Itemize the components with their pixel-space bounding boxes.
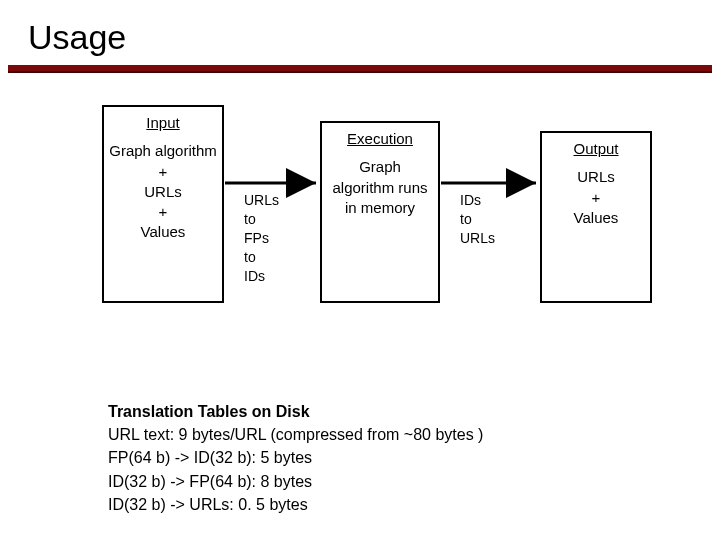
notes-line: URL text: 9 bytes/URL (compressed from ~… — [108, 423, 483, 446]
execution-header: Execution — [326, 129, 434, 149]
execution-box: Execution Graph algorithm runs in memory — [320, 121, 440, 303]
notes-line: ID(32 b) -> URLs: 0. 5 bytes — [108, 493, 483, 516]
diagram: Input Graph algorithm + URLs + Values Ex… — [0, 105, 720, 335]
page-title: Usage — [0, 0, 720, 65]
output-box: Output URLs + Values — [540, 131, 652, 303]
slide: Usage Input Graph algorithm + URLs + Val… — [0, 0, 720, 540]
arrow-2-label: IDs to URLs — [460, 191, 520, 248]
title-rule — [8, 65, 712, 71]
notes-heading: Translation Tables on Disk — [108, 400, 483, 423]
input-box: Input Graph algorithm + URLs + Values — [102, 105, 224, 303]
input-header: Input — [108, 113, 218, 133]
execution-body: Graph algorithm runs in memory — [326, 157, 434, 218]
notes-line: ID(32 b) -> FP(64 b): 8 bytes — [108, 470, 483, 493]
notes: Translation Tables on Disk URL text: 9 b… — [108, 400, 483, 516]
input-body: Graph algorithm + URLs + Values — [108, 141, 218, 242]
output-body: URLs + Values — [546, 167, 646, 228]
arrow-1-label: URLs to FPs to IDs — [244, 191, 304, 285]
notes-line: FP(64 b) -> ID(32 b): 5 bytes — [108, 446, 483, 469]
output-header: Output — [546, 139, 646, 159]
